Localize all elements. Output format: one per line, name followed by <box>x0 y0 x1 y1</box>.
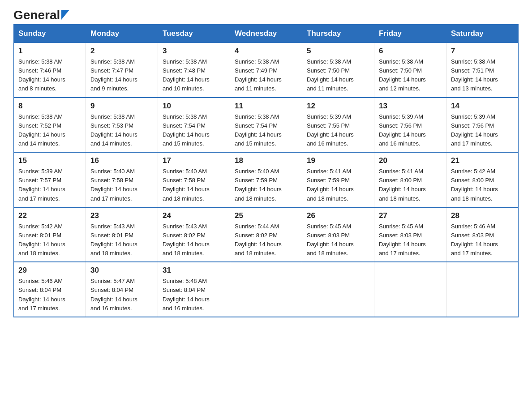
day-number: 31 <box>163 266 225 275</box>
day-info: Sunrise: 5:38 AM Sunset: 7:50 PM Dayligh… <box>307 57 369 94</box>
calendar-cell: 24 Sunrise: 5:43 AM Sunset: 8:02 PM Dayl… <box>158 207 230 262</box>
day-number: 18 <box>235 156 297 165</box>
day-number: 26 <box>307 211 369 220</box>
day-number: 10 <box>163 102 225 111</box>
calendar-cell: 4 Sunrise: 5:38 AM Sunset: 7:49 PM Dayli… <box>230 43 302 98</box>
day-info: Sunrise: 5:40 AM Sunset: 7:58 PM Dayligh… <box>163 167 225 203</box>
calendar-week-row: 8 Sunrise: 5:38 AM Sunset: 7:52 PM Dayli… <box>14 98 519 153</box>
logo: General <box>13 9 69 20</box>
day-info: Sunrise: 5:46 AM Sunset: 8:03 PM Dayligh… <box>451 222 514 258</box>
calendar-cell: 31 Sunrise: 5:48 AM Sunset: 8:04 PM Dayl… <box>158 262 230 317</box>
calendar-week-row: 29 Sunrise: 5:46 AM Sunset: 8:04 PM Dayl… <box>14 262 519 317</box>
calendar-cell: 17 Sunrise: 5:40 AM Sunset: 7:58 PM Dayl… <box>158 152 230 207</box>
calendar-cell: 10 Sunrise: 5:38 AM Sunset: 7:54 PM Dayl… <box>158 98 230 153</box>
calendar-cell: 26 Sunrise: 5:45 AM Sunset: 8:03 PM Dayl… <box>302 207 374 262</box>
day-info: Sunrise: 5:38 AM Sunset: 7:47 PM Dayligh… <box>90 57 153 94</box>
day-number: 14 <box>451 102 514 111</box>
calendar-cell: 28 Sunrise: 5:46 AM Sunset: 8:03 PM Dayl… <box>446 207 519 262</box>
day-number: 1 <box>18 47 81 56</box>
day-info: Sunrise: 5:38 AM Sunset: 7:49 PM Dayligh… <box>235 57 297 94</box>
calendar-cell: 29 Sunrise: 5:46 AM Sunset: 8:04 PM Dayl… <box>14 262 86 317</box>
day-info: Sunrise: 5:38 AM Sunset: 7:54 PM Dayligh… <box>163 112 225 149</box>
column-header-sunday: Sunday <box>14 25 86 43</box>
calendar-cell <box>230 262 302 317</box>
column-header-monday: Monday <box>86 25 158 43</box>
header-row: SundayMondayTuesdayWednesdayThursdayFrid… <box>14 25 519 43</box>
day-info: Sunrise: 5:44 AM Sunset: 8:02 PM Dayligh… <box>235 222 297 258</box>
day-info: Sunrise: 5:45 AM Sunset: 8:03 PM Dayligh… <box>307 222 369 258</box>
day-info: Sunrise: 5:38 AM Sunset: 7:48 PM Dayligh… <box>163 57 225 94</box>
calendar-cell: 23 Sunrise: 5:43 AM Sunset: 8:01 PM Dayl… <box>86 207 158 262</box>
day-number: 27 <box>379 211 442 220</box>
svg-marker-0 <box>61 10 69 20</box>
calendar-week-row: 1 Sunrise: 5:38 AM Sunset: 7:46 PM Dayli… <box>14 43 519 98</box>
day-info: Sunrise: 5:38 AM Sunset: 7:50 PM Dayligh… <box>379 57 442 94</box>
column-header-tuesday: Tuesday <box>158 25 230 43</box>
calendar-week-row: 22 Sunrise: 5:42 AM Sunset: 8:01 PM Dayl… <box>14 207 519 262</box>
calendar-cell: 13 Sunrise: 5:39 AM Sunset: 7:56 PM Dayl… <box>374 98 446 153</box>
day-number: 19 <box>307 156 369 165</box>
day-number: 28 <box>451 211 514 220</box>
day-info: Sunrise: 5:45 AM Sunset: 8:03 PM Dayligh… <box>379 222 442 258</box>
day-info: Sunrise: 5:38 AM Sunset: 7:52 PM Dayligh… <box>18 112 81 149</box>
day-number: 7 <box>451 47 514 56</box>
calendar-cell <box>302 262 374 317</box>
calendar-week-row: 15 Sunrise: 5:39 AM Sunset: 7:57 PM Dayl… <box>14 152 519 207</box>
day-info: Sunrise: 5:39 AM Sunset: 7:57 PM Dayligh… <box>18 167 81 203</box>
day-info: Sunrise: 5:39 AM Sunset: 7:55 PM Dayligh… <box>307 112 369 149</box>
column-header-saturday: Saturday <box>446 25 519 43</box>
day-number: 16 <box>90 156 153 165</box>
calendar-cell: 7 Sunrise: 5:38 AM Sunset: 7:51 PM Dayli… <box>446 43 519 98</box>
day-number: 6 <box>379 47 442 56</box>
logo-top-text: General <box>13 9 60 21</box>
calendar-cell: 20 Sunrise: 5:41 AM Sunset: 8:00 PM Dayl… <box>374 152 446 207</box>
day-number: 30 <box>90 266 153 275</box>
calendar-cell <box>446 262 519 317</box>
day-info: Sunrise: 5:42 AM Sunset: 8:01 PM Dayligh… <box>18 222 81 258</box>
day-number: 12 <box>307 102 369 111</box>
day-info: Sunrise: 5:42 AM Sunset: 8:00 PM Dayligh… <box>451 167 514 203</box>
calendar-cell: 27 Sunrise: 5:45 AM Sunset: 8:03 PM Dayl… <box>374 207 446 262</box>
logo-arrow-icon <box>61 10 69 20</box>
column-header-thursday: Thursday <box>302 25 374 43</box>
calendar-cell: 16 Sunrise: 5:40 AM Sunset: 7:58 PM Dayl… <box>86 152 158 207</box>
calendar-cell: 18 Sunrise: 5:40 AM Sunset: 7:59 PM Dayl… <box>230 152 302 207</box>
day-number: 13 <box>379 102 442 111</box>
column-header-wednesday: Wednesday <box>230 25 302 43</box>
calendar-cell: 14 Sunrise: 5:39 AM Sunset: 7:56 PM Dayl… <box>446 98 519 153</box>
day-info: Sunrise: 5:43 AM Sunset: 8:02 PM Dayligh… <box>163 222 225 258</box>
calendar-cell: 22 Sunrise: 5:42 AM Sunset: 8:01 PM Dayl… <box>14 207 86 262</box>
day-info: Sunrise: 5:39 AM Sunset: 7:56 PM Dayligh… <box>451 112 514 149</box>
day-info: Sunrise: 5:40 AM Sunset: 7:59 PM Dayligh… <box>235 167 297 203</box>
day-number: 11 <box>235 102 297 111</box>
calendar-cell: 8 Sunrise: 5:38 AM Sunset: 7:52 PM Dayli… <box>14 98 86 153</box>
calendar-cell: 21 Sunrise: 5:42 AM Sunset: 8:00 PM Dayl… <box>446 152 519 207</box>
page-header: General <box>13 9 519 20</box>
day-number: 15 <box>18 156 81 165</box>
day-number: 21 <box>451 156 514 165</box>
day-info: Sunrise: 5:41 AM Sunset: 8:00 PM Dayligh… <box>379 167 442 203</box>
day-number: 25 <box>235 211 297 220</box>
day-info: Sunrise: 5:39 AM Sunset: 7:56 PM Dayligh… <box>379 112 442 149</box>
day-number: 17 <box>163 156 225 165</box>
day-number: 2 <box>90 47 153 56</box>
column-header-friday: Friday <box>374 25 446 43</box>
day-number: 4 <box>235 47 297 56</box>
calendar-cell: 3 Sunrise: 5:38 AM Sunset: 7:48 PM Dayli… <box>158 43 230 98</box>
calendar-cell: 30 Sunrise: 5:47 AM Sunset: 8:04 PM Dayl… <box>86 262 158 317</box>
day-info: Sunrise: 5:43 AM Sunset: 8:01 PM Dayligh… <box>90 222 153 258</box>
day-info: Sunrise: 5:40 AM Sunset: 7:58 PM Dayligh… <box>90 167 153 203</box>
calendar-cell: 5 Sunrise: 5:38 AM Sunset: 7:50 PM Dayli… <box>302 43 374 98</box>
calendar-cell: 25 Sunrise: 5:44 AM Sunset: 8:02 PM Dayl… <box>230 207 302 262</box>
calendar-header: SundayMondayTuesdayWednesdayThursdayFrid… <box>14 25 519 43</box>
day-info: Sunrise: 5:38 AM Sunset: 7:53 PM Dayligh… <box>90 112 153 149</box>
calendar-cell: 19 Sunrise: 5:41 AM Sunset: 7:59 PM Dayl… <box>302 152 374 207</box>
day-number: 9 <box>90 102 153 111</box>
calendar-cell: 1 Sunrise: 5:38 AM Sunset: 7:46 PM Dayli… <box>14 43 86 98</box>
calendar-cell: 11 Sunrise: 5:38 AM Sunset: 7:54 PM Dayl… <box>230 98 302 153</box>
day-info: Sunrise: 5:38 AM Sunset: 7:54 PM Dayligh… <box>235 112 297 149</box>
calendar-cell <box>374 262 446 317</box>
calendar-cell: 9 Sunrise: 5:38 AM Sunset: 7:53 PM Dayli… <box>86 98 158 153</box>
day-number: 24 <box>163 211 225 220</box>
day-info: Sunrise: 5:38 AM Sunset: 7:51 PM Dayligh… <box>451 57 514 94</box>
